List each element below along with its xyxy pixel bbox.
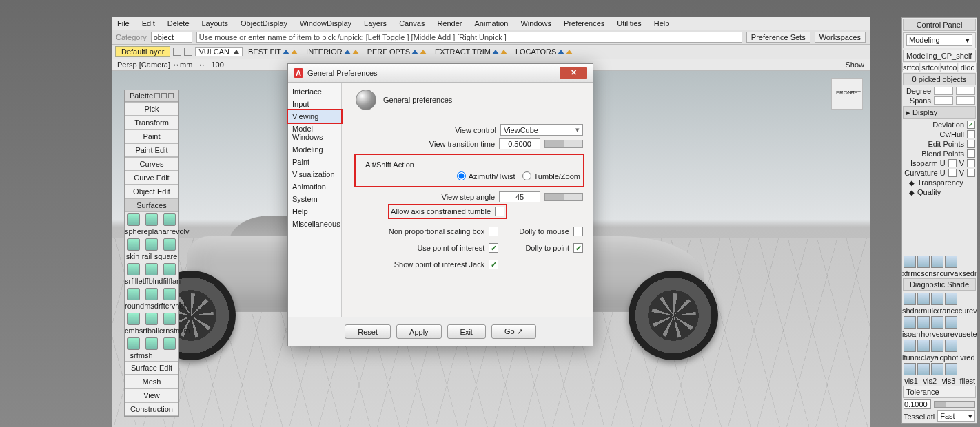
- panel-icon[interactable]: [904, 363, 916, 375]
- side-modelwindows[interactable]: Model Windows: [288, 123, 341, 143]
- panel-icon[interactable]: [931, 316, 943, 329]
- dialog-titlebar[interactable]: A General Preferences ✕: [288, 64, 593, 83]
- tool-icon[interactable]: [145, 288, 158, 300]
- display-checkbox[interactable]: [967, 140, 975, 148]
- tool-icon[interactable]: [163, 337, 176, 350]
- default-layer[interactable]: DefaultLayer: [115, 46, 170, 57]
- tolerance-slider[interactable]: [934, 401, 975, 408]
- tool-icon[interactable]: [127, 238, 140, 251]
- tolerance-input[interactable]: [904, 399, 931, 409]
- display-section[interactable]: Display: [912, 108, 937, 116]
- palette-objedit[interactable]: Object Edit: [125, 185, 178, 198]
- palette-surfaceedit[interactable]: Surface Edit: [125, 361, 178, 375]
- menu-windowdisplay[interactable]: WindowDisplay: [300, 19, 351, 28]
- degree-box[interactable]: [934, 87, 953, 95]
- palette-surfaces[interactable]: Surfaces: [125, 198, 178, 212]
- menu-windows[interactable]: Windows: [520, 19, 551, 28]
- apply-button[interactable]: Apply: [396, 324, 442, 339]
- tool-icon[interactable]: [163, 313, 176, 325]
- tool-icon[interactable]: [127, 313, 140, 325]
- panel-icon[interactable]: [904, 256, 916, 268]
- checkbox[interactable]: [489, 260, 498, 269]
- tool-icon[interactable]: [127, 337, 140, 350]
- panel-icon[interactable]: [945, 293, 957, 305]
- transparency-label[interactable]: Transparency: [917, 178, 963, 187]
- menu-render[interactable]: Render: [437, 19, 462, 28]
- panel-icon[interactable]: [917, 363, 930, 375]
- exit-button[interactable]: Exit: [447, 324, 486, 339]
- menu-delete[interactable]: Delete: [167, 19, 190, 28]
- checkbox[interactable]: [489, 227, 498, 236]
- viewcube[interactable]: FRONT LEFT: [831, 78, 863, 110]
- tool-icon[interactable]: [145, 214, 158, 226]
- reset-button[interactable]: Reset: [345, 324, 391, 339]
- side-animation[interactable]: Animation: [288, 180, 341, 193]
- shelftab-1[interactable]: srtcon: [902, 63, 920, 72]
- tool-icon[interactable]: [145, 263, 158, 275]
- display-checkbox[interactable]: [967, 149, 975, 158]
- tool-icon[interactable]: [127, 263, 140, 275]
- checkbox[interactable]: [573, 227, 583, 236]
- close-button[interactable]: ✕: [560, 67, 587, 79]
- panel-icon[interactable]: [917, 256, 930, 268]
- palette-construction[interactable]: Construction: [125, 402, 178, 416]
- checkbox[interactable]: [573, 243, 583, 253]
- panel-icon[interactable]: [917, 293, 930, 305]
- layer-sym-icon[interactable]: [184, 48, 192, 56]
- shelf-bestfit[interactable]: BEST FIT: [245, 47, 300, 56]
- tool-icon[interactable]: [163, 263, 176, 275]
- menu-canvas[interactable]: Canvas: [399, 19, 425, 28]
- side-visualization[interactable]: Visualization: [288, 168, 341, 180]
- panel-icon[interactable]: [945, 256, 957, 268]
- panel-icon[interactable]: [931, 363, 943, 375]
- side-viewing[interactable]: Viewing: [288, 110, 341, 123]
- palette-curveedit[interactable]: Curve Edit: [125, 171, 178, 185]
- preference-sets-button[interactable]: Preference Sets: [746, 32, 810, 43]
- shelf-locators[interactable]: LOCATORS: [513, 47, 576, 56]
- panel-icon[interactable]: [904, 293, 916, 305]
- menu-help[interactable]: Help: [654, 19, 670, 28]
- palette-mesh[interactable]: Mesh: [125, 375, 178, 388]
- menu-file[interactable]: File: [117, 19, 130, 28]
- panel-icon[interactable]: [945, 316, 957, 329]
- menu-objectdisplay[interactable]: ObjectDisplay: [241, 19, 287, 28]
- tool-icon[interactable]: [163, 288, 176, 300]
- palette-view[interactable]: View: [125, 388, 178, 402]
- tool-icon[interactable]: [145, 238, 158, 251]
- pick-prompt[interactable]: [196, 32, 742, 43]
- shelftab-2[interactable]: srtcon: [921, 63, 939, 72]
- palette-paintedit[interactable]: Paint Edit: [125, 143, 178, 157]
- side-system[interactable]: System: [288, 193, 341, 205]
- palette-pick[interactable]: Pick: [125, 102, 178, 116]
- palette-header[interactable]: Palette: [125, 90, 178, 102]
- show-button[interactable]: Show: [845, 61, 864, 69]
- azimuth-radio[interactable]: [457, 171, 466, 180]
- panel-icon[interactable]: [917, 340, 930, 352]
- display-checkbox[interactable]: [948, 169, 957, 177]
- display-checkbox[interactable]: [967, 121, 975, 129]
- quality-label[interactable]: Quality: [917, 188, 941, 196]
- panel-icon[interactable]: [945, 340, 957, 352]
- display-checkbox-v[interactable]: [967, 159, 975, 167]
- menu-preferences[interactable]: Preferences: [564, 19, 604, 28]
- tool-icon[interactable]: [145, 313, 158, 325]
- palette-transform[interactable]: Transform: [125, 116, 178, 129]
- modeling-combo[interactable]: Modeling▾: [906, 34, 972, 46]
- palette-curves[interactable]: Curves: [125, 157, 178, 171]
- panel-icon[interactable]: [931, 340, 943, 352]
- display-checkbox[interactable]: [948, 159, 957, 167]
- menu-layouts[interactable]: Layouts: [202, 19, 229, 28]
- degree-box2[interactable]: [956, 87, 975, 95]
- shelf-extracttrim[interactable]: EXTRACT TRIM: [432, 47, 510, 56]
- tess-combo[interactable]: Fast▾: [937, 410, 975, 422]
- layer-picker[interactable]: VULCAN: [195, 47, 243, 56]
- transition-input[interactable]: [499, 138, 540, 149]
- panel-icon[interactable]: [945, 363, 957, 375]
- palette-paint[interactable]: Paint: [125, 129, 178, 143]
- axistumble-check[interactable]: [495, 207, 504, 216]
- spans-box2[interactable]: [956, 96, 975, 105]
- menu-layers[interactable]: Layers: [364, 19, 387, 28]
- workspaces-button[interactable]: Workspaces: [815, 32, 866, 43]
- viewcontrol-combo[interactable]: ViewCube: [500, 124, 583, 136]
- shelf-interior[interactable]: INTERIOR: [303, 47, 362, 56]
